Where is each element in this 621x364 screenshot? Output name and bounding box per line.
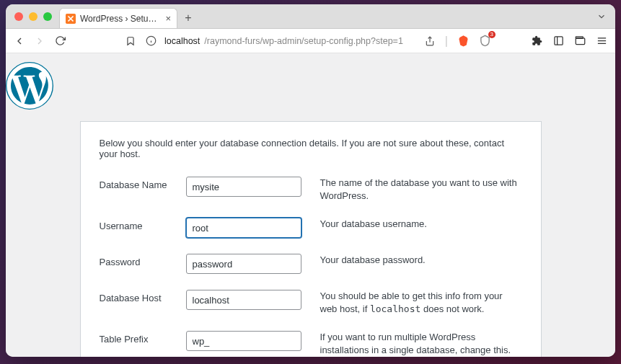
back-button[interactable] (13, 35, 26, 47)
brave-shields-icon[interactable]: 3 (478, 35, 491, 47)
reload-button[interactable] (53, 35, 66, 46)
svg-rect-7 (576, 38, 585, 45)
titlebar: WordPress › Setup Configuratio × + (6, 4, 615, 29)
username-desc: Your database username. (309, 212, 522, 248)
svg-rect-5 (554, 37, 562, 45)
url-host: localhost (164, 36, 200, 46)
password-label: Password (100, 248, 186, 284)
maximize-window-button[interactable] (43, 12, 52, 21)
dbhost-input[interactable] (186, 290, 301, 310)
toolbar: localhost/raymond-furs/wp-admin/setup-co… (6, 29, 615, 53)
extensions-icon[interactable] (530, 35, 543, 46)
forward-button[interactable] (33, 35, 46, 47)
shields-badge: 3 (488, 31, 496, 38)
address-bar[interactable]: localhost/raymond-furs/wp-admin/setup-co… (164, 36, 416, 46)
dbhost-label: Database Host (100, 284, 186, 325)
username-label: Username (100, 212, 186, 248)
browser-tab[interactable]: WordPress › Setup Configuratio × (59, 8, 177, 28)
tab-title: WordPress › Setup Configuratio (80, 14, 161, 24)
wordpress-logo-icon (6, 62, 53, 110)
page-content: Below you should enter your database con… (6, 53, 615, 357)
bookmark-icon[interactable] (124, 36, 137, 46)
password-desc: Your database password. (309, 248, 522, 284)
sidebar-icon[interactable] (552, 35, 565, 46)
menu-icon[interactable] (595, 35, 608, 46)
browser-window: WordPress › Setup Configuratio × + (6, 4, 615, 357)
new-tab-button[interactable]: + (180, 10, 196, 26)
username-input[interactable] (186, 218, 301, 238)
dbname-desc: The name of the database you want to use… (309, 171, 522, 212)
minimize-window-button[interactable] (29, 12, 38, 21)
prefix-desc: If you want to run multiple WordPress in… (309, 325, 522, 357)
xampp-favicon (66, 14, 76, 24)
prefix-input[interactable] (186, 331, 301, 351)
chevron-down-icon[interactable] (596, 12, 607, 22)
wallet-icon[interactable] (573, 35, 586, 46)
site-info-icon[interactable] (144, 35, 157, 46)
setup-panel: Below you should enter your database con… (80, 121, 542, 357)
dbname-input[interactable] (186, 177, 301, 197)
close-window-button[interactable] (14, 12, 23, 21)
password-input[interactable] (186, 254, 301, 274)
setup-form: Database Name The name of the database y… (100, 171, 522, 357)
url-path: /raymond-furs/wp-admin/setup-config.php?… (204, 36, 403, 46)
window-controls (14, 12, 52, 21)
intro-text: Below you should enter your database con… (100, 138, 522, 159)
prefix-label: Table Prefix (100, 325, 186, 357)
dbhost-desc: You should be able to get this info from… (309, 284, 522, 325)
brave-rewards-icon[interactable] (457, 35, 470, 47)
dbname-label: Database Name (100, 171, 186, 212)
share-icon[interactable] (423, 36, 436, 46)
close-tab-icon[interactable]: × (165, 13, 171, 24)
